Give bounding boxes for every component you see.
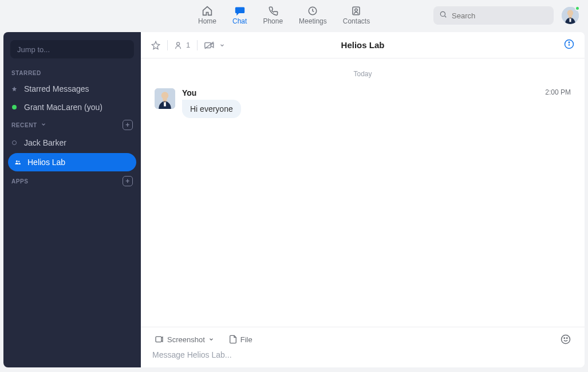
participants-count: 1 (186, 41, 190, 49)
presence-indicator (575, 6, 580, 11)
jump-to-input[interactable]: Jump to... (10, 40, 134, 58)
sidebar-item-label: Jack Barker (24, 138, 66, 147)
sidebar-item-label: Starred Messages (24, 84, 89, 93)
emoji-button[interactable] (558, 333, 573, 346)
starred-header: STARRED (3, 66, 141, 80)
svg-rect-6 (569, 15, 572, 18)
date-separator: Today (155, 70, 571, 78)
search-input[interactable] (452, 11, 548, 20)
message-time: 2:00 PM (545, 88, 571, 97)
start-video-button[interactable] (204, 41, 215, 49)
starred-header-label: STARRED (11, 70, 41, 76)
contacts-icon (350, 6, 362, 16)
svg-point-14 (569, 41, 570, 42)
sidebar-recent-jack-barker[interactable]: Jack Barker (3, 134, 141, 152)
message-text: Hi everyone (182, 100, 241, 118)
svg-point-10 (177, 42, 180, 45)
nav-phone-label: Phone (263, 17, 283, 25)
nav-contacts[interactable]: Contacts (343, 6, 370, 25)
sidebar-recent-helios-lab[interactable]: Helios Lab (8, 153, 136, 171)
nav-home-label: Home (198, 17, 216, 25)
divider (197, 40, 198, 50)
chat-body[interactable]: Today You 2:00 PM Hi everyone (141, 58, 585, 327)
chevron-down-icon[interactable] (41, 122, 46, 128)
divider (167, 40, 168, 50)
message-sender: You (182, 88, 196, 97)
apps-header: APPS + (3, 173, 141, 190)
sidebar-item-label: Helios Lab (27, 158, 65, 167)
nav-meetings[interactable]: Meetings (299, 6, 327, 25)
recent-header: RECENT + (3, 116, 141, 134)
search-icon (439, 10, 447, 21)
svg-point-20 (562, 335, 570, 344)
participants-button[interactable]: 1 (175, 41, 190, 49)
svg-rect-17 (163, 98, 167, 101)
nav-chat[interactable]: Chat (232, 6, 247, 25)
svg-rect-11 (205, 42, 211, 48)
search-box[interactable] (433, 6, 554, 25)
apps-header-label: APPS (11, 178, 29, 185)
chat-icon (234, 6, 246, 16)
chevron-down-icon (208, 336, 214, 342)
file-label: File (240, 335, 252, 344)
topbar: Home Chat Phone Meetings (0, 0, 588, 31)
video-menu-button[interactable] (219, 42, 225, 48)
sidebar-starred-messages[interactable]: Starred Messages (3, 80, 141, 98)
message-avatar[interactable] (155, 88, 175, 109)
svg-point-9 (18, 161, 19, 162)
chat-panel: 1 Helios Lab Today (141, 32, 585, 367)
screenshot-label: Screenshot (167, 335, 205, 344)
nav-home[interactable]: Home (198, 6, 216, 25)
nav-chat-label: Chat (232, 17, 247, 25)
presence-online-icon (11, 104, 17, 110)
file-button[interactable]: File (227, 334, 255, 345)
chat-header: 1 Helios Lab (141, 32, 585, 58)
message-input[interactable]: Message Helios Lab... (152, 350, 573, 359)
group-icon (15, 159, 21, 165)
recent-add-button[interactable]: + (123, 120, 133, 130)
svg-point-8 (16, 160, 18, 162)
sidebar-item-label: Grant MacLaren (you) (24, 103, 102, 112)
svg-rect-19 (156, 336, 161, 342)
topnav: Home Chat Phone Meetings (198, 6, 370, 25)
apps-add-button[interactable]: + (123, 176, 133, 186)
recent-header-label: RECENT (11, 122, 37, 128)
svg-point-2 (355, 9, 358, 11)
home-icon (202, 6, 213, 16)
svg-point-21 (564, 338, 565, 339)
star-icon (11, 86, 17, 92)
info-button[interactable] (564, 39, 574, 52)
svg-point-16 (161, 92, 169, 99)
star-channel-button[interactable] (151, 41, 160, 50)
profile-menu[interactable] (562, 7, 579, 24)
svg-point-3 (440, 11, 445, 16)
clock-icon (307, 6, 318, 16)
nav-meetings-label: Meetings (299, 17, 327, 25)
nav-contacts-label: Contacts (343, 17, 370, 25)
presence-offline-icon (11, 140, 17, 146)
nav-phone[interactable]: Phone (263, 6, 283, 25)
sidebar: Jump to... STARRED Starred Messages Gran… (3, 32, 141, 367)
screenshot-button[interactable]: Screenshot (152, 334, 216, 345)
phone-icon (267, 6, 279, 16)
composer: Screenshot File Message Helios Lab... (141, 327, 585, 367)
message: You 2:00 PM Hi everyone (155, 88, 571, 118)
svg-point-22 (567, 338, 568, 339)
svg-point-5 (567, 10, 574, 16)
sidebar-self-user[interactable]: Grant MacLaren (you) (3, 98, 141, 116)
